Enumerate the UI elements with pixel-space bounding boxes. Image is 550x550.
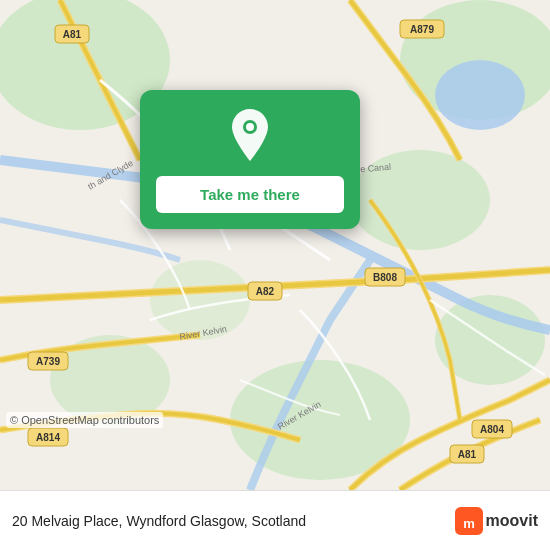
- svg-text:A814: A814: [36, 432, 60, 443]
- svg-text:A739: A739: [36, 356, 60, 367]
- svg-text:B808: B808: [373, 272, 397, 283]
- popup-card: Take me there: [140, 90, 360, 229]
- svg-text:A81: A81: [458, 449, 477, 460]
- svg-point-30: [246, 123, 254, 131]
- svg-text:A804: A804: [480, 424, 504, 435]
- moovit-text: moovit: [486, 512, 538, 530]
- location-pin-icon: [223, 110, 277, 164]
- moovit-icon: m: [455, 507, 483, 535]
- svg-point-8: [435, 60, 525, 130]
- svg-text:A879: A879: [410, 24, 434, 35]
- moovit-logo: m moovit: [455, 507, 538, 535]
- map-attribution: © OpenStreetMap contributors: [6, 412, 163, 428]
- take-me-there-button[interactable]: Take me there: [156, 176, 344, 213]
- address-label: 20 Melvaig Place, Wyndford Glasgow, Scot…: [12, 513, 455, 529]
- svg-text:m: m: [463, 515, 475, 530]
- svg-text:A81: A81: [63, 29, 82, 40]
- map-container: A81 A879 A82 A739 A814 B808 A81 A804 th …: [0, 0, 550, 490]
- bottom-bar: 20 Melvaig Place, Wyndford Glasgow, Scot…: [0, 490, 550, 550]
- svg-text:A82: A82: [256, 286, 275, 297]
